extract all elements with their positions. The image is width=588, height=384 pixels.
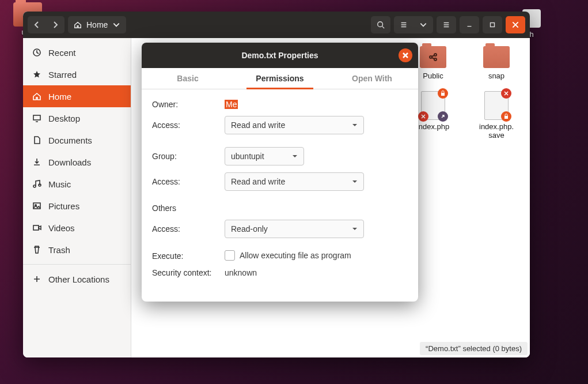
clock-icon [32,48,41,57]
label-owner: Owner: [152,100,225,109]
tab-basic[interactable]: Basic [142,68,234,89]
path-label: Home [86,20,108,29]
sidebar-item-pictures[interactable]: Pictures [23,195,131,217]
sidebar-item-videos[interactable]: Videos [23,217,131,239]
downloads-icon [32,157,41,167]
desktop-item-label: h [529,30,533,39]
dialog-close-button[interactable] [399,48,412,62]
sidebar-item-label: Pictures [48,201,79,211]
home-icon [74,21,82,29]
value-security-context: unknown [225,268,408,277]
search-button[interactable] [371,16,390,33]
file-label: Public [423,71,443,80]
properties-dialog: Demo.txt Properties Basic Permissions Op… [142,43,418,302]
music-icon [32,179,41,189]
nav-forward-button[interactable] [46,16,65,33]
file-label: snap [488,71,504,80]
sidebar-item-starred[interactable]: Starred [23,63,131,85]
file-index-php-save[interactable]: index.php. save [473,91,519,140]
maximize-button[interactable] [483,16,502,33]
svg-point-10 [434,58,437,61]
combo-value: Read and write [231,121,285,130]
combo-others-access[interactable]: Read-only [225,220,364,238]
path-bar[interactable]: Home [68,16,126,33]
svg-rect-7 [33,225,39,230]
sidebar: Recent Starred Home Desktop Documents Do… [23,38,131,357]
chevron-down-icon [112,21,120,29]
label-others-access: Access: [152,224,225,234]
sidebar-item-trash[interactable]: Trash [23,239,131,261]
sidebar-item-documents[interactable]: Documents [23,129,131,151]
tab-permissions[interactable]: Permissions [234,68,326,89]
sidebar-item-music[interactable]: Music [23,173,131,195]
link-icon [438,111,448,122]
chevron-down-icon [352,226,358,232]
share-icon [420,46,446,68]
svg-rect-1 [491,23,495,27]
sidebar-item-downloads[interactable]: Downloads [23,151,131,173]
minimize-button[interactable] [460,16,479,33]
combo-value: Read-only [231,224,268,234]
svg-point-9 [434,54,437,56]
sidebar-item-recent[interactable]: Recent [23,42,131,63]
trash-icon [32,245,41,254]
value-owner: Me [225,100,238,109]
label-security-context: Security context: [152,268,225,277]
label-execute: Execute: [152,251,225,261]
chevron-down-icon [292,153,298,159]
star-icon [32,70,41,79]
sidebar-item-other-locations[interactable]: Other Locations [23,268,131,290]
home-icon [32,92,41,101]
pictures-icon [32,201,41,210]
label-group-access: Access: [152,177,225,186]
svg-rect-3 [33,115,40,120]
svg-rect-5 [33,203,40,209]
sidebar-item-home[interactable]: Home [23,85,131,107]
sidebar-item-label: Trash [48,245,70,255]
desktop-icon [32,114,41,123]
svg-rect-11 [441,93,445,96]
nav-back-button[interactable] [28,16,46,33]
sidebar-item-label: Videos [48,223,75,233]
combo-value: ubuntupit [231,152,264,161]
chevron-down-icon [352,179,358,185]
sidebar-item-label: Home [48,92,71,101]
dialog-tabs: Basic Permissions Open With [142,68,418,89]
svg-rect-12 [504,116,508,119]
sidebar-item-label: Documents [48,135,92,145]
file-label: index.php [417,122,449,131]
plus-icon [32,274,41,284]
label-others: Others [152,204,225,213]
combo-owner-access[interactable]: Read and write [225,116,364,134]
documents-icon [32,135,41,145]
svg-point-0 [378,22,383,27]
view-list-button[interactable] [394,16,414,33]
folder-snap[interactable]: snap [473,46,519,80]
combo-group-access[interactable]: Read and write [225,172,364,191]
sidebar-item-label: Starred [48,70,77,80]
sidebar-item-label: Recent [48,48,76,58]
videos-icon [32,223,41,232]
checkbox-execute-label: Allow executing file as program [240,251,351,260]
combo-group[interactable]: ubuntupit [225,147,304,165]
dialog-title: Demo.txt Properties [241,51,318,60]
tab-open-with[interactable]: Open With [326,68,418,89]
status-bar: “Demo.txt” selected (0 bytes) [420,342,528,355]
dialog-titlebar: Demo.txt Properties [142,43,418,68]
hamburger-menu-button[interactable] [437,16,456,33]
label-owner-access: Access: [152,121,225,130]
lock-icon [501,111,511,122]
svg-point-8 [430,56,432,58]
chevron-down-icon [352,122,358,128]
sidebar-item-desktop[interactable]: Desktop [23,107,131,129]
titlebar: Home [23,12,530,38]
window-close-button[interactable] [506,16,525,33]
view-options-button[interactable] [414,16,433,33]
checkbox-execute[interactable] [225,250,235,261]
error-icon [501,88,511,99]
sidebar-item-label: Other Locations [48,274,109,284]
sidebar-item-label: Downloads [48,157,91,167]
combo-value: Read and write [231,177,285,186]
sidebar-item-label: Music [48,179,71,189]
file-label: index.php. save [479,122,514,140]
